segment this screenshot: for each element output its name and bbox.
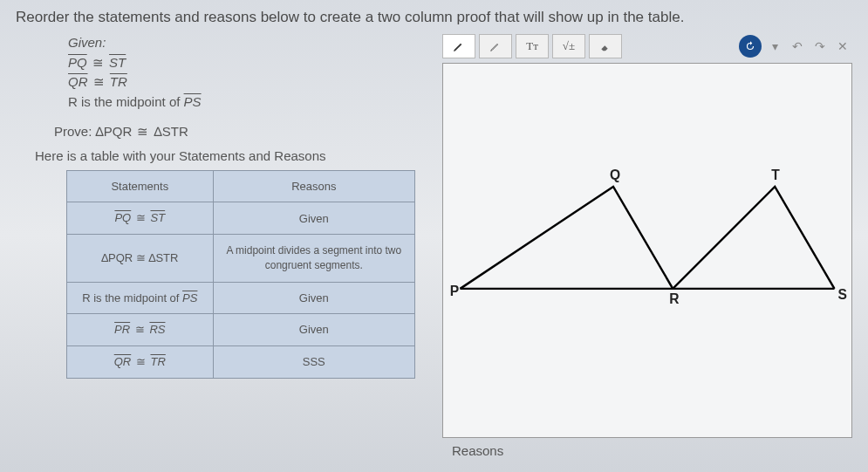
triangle-diagram: P Q R T S: [443, 64, 851, 437]
eraser-tool-button[interactable]: [589, 34, 622, 58]
triangle-rts: [673, 187, 834, 289]
reason-cell[interactable]: Given: [213, 282, 414, 313]
instruction-text: Reorder the statements and reasons below…: [16, 9, 852, 26]
given3-seg: PS: [184, 92, 202, 113]
given-line-3: R is the midpoint of PS: [68, 92, 430, 113]
text-icon: Tт: [526, 39, 538, 53]
seg: PS: [182, 291, 197, 304]
dropdown-button[interactable]: ▾: [765, 37, 784, 56]
reason-cell[interactable]: Given: [213, 202, 414, 235]
given2-seg-a: QR: [68, 72, 88, 92]
given-line-1: PQ ≅ ST: [68, 53, 430, 73]
undo-button[interactable]: [739, 35, 762, 58]
th-statements: Statements: [67, 171, 214, 202]
left-column: Given: PQ ≅ ST QR ≅ TR R is the midpoint…: [16, 33, 430, 438]
txt: R is the midpoint of: [82, 291, 182, 304]
math-tool-button[interactable]: √±: [552, 34, 585, 58]
given1-op: ≅: [91, 56, 106, 70]
undo-icon: [744, 40, 756, 52]
seg: RS: [149, 323, 165, 336]
here-is-text: Here is a table with your Statements and…: [35, 148, 430, 163]
math-icon: √±: [563, 39, 575, 53]
stmt-cell[interactable]: QR ≅ TR: [67, 345, 214, 378]
prove-b: ∆STR: [154, 124, 188, 139]
close-button[interactable]: ✕: [833, 37, 852, 56]
given1-seg-b: ST: [109, 53, 126, 73]
given-label: Given:: [68, 33, 430, 53]
prove-label: Prove:: [54, 124, 96, 139]
seg: TR: [150, 355, 165, 368]
drawing-canvas[interactable]: P Q R T S Reasons: [442, 63, 852, 438]
seg: PR: [114, 323, 130, 336]
text-tool-button[interactable]: Tт: [516, 34, 549, 58]
proof-table: Statements Reasons PQ ≅ ST Given ∆PQR ≅ …: [66, 170, 415, 379]
stmt-cell[interactable]: PQ ≅ ST: [67, 202, 214, 235]
table-row[interactable]: R is the midpoint of PS Given: [67, 282, 415, 313]
point-label-r: R: [669, 291, 679, 306]
given2-seg-b: TR: [110, 72, 127, 92]
main-row: Given: PQ ≅ ST QR ≅ TR R is the midpoint…: [16, 33, 852, 438]
prove-line: Prove: ∆PQR ≅ ∆STR: [54, 124, 430, 140]
table-row[interactable]: ∆PQR ≅ ∆STR A midpoint divides a segment…: [67, 235, 415, 283]
given-block: Given: PQ ≅ ST QR ≅ TR R is the midpoint…: [68, 33, 430, 112]
stmt-cell[interactable]: PR ≅ RS: [67, 313, 214, 345]
reasons-input-label: Reasons: [452, 443, 503, 458]
history-forward-button[interactable]: ↷: [810, 37, 830, 56]
reason-cell[interactable]: SSS: [213, 345, 414, 378]
op: ≅: [134, 355, 147, 368]
point-label-s: S: [837, 287, 846, 302]
history-back-button[interactable]: ↶: [788, 37, 807, 56]
given1-seg-a: PQ: [68, 53, 87, 73]
given3-text: R is the midpoint of: [68, 94, 184, 109]
pen-tool-button[interactable]: [442, 34, 475, 58]
seg: PQ: [114, 211, 131, 224]
seg: QR: [114, 355, 132, 368]
table-row[interactable]: QR ≅ TR SSS: [67, 345, 415, 378]
table-row[interactable]: PR ≅ RS Given: [67, 313, 415, 345]
eraser-icon: [598, 39, 612, 53]
prove-op: ≅: [135, 125, 150, 139]
right-column: Tт √± ▾ ↶ ↷ ✕ P Q R T S: [442, 33, 852, 438]
prove-a: ∆PQR: [96, 124, 133, 139]
stmt-cell[interactable]: ∆PQR ≅ ∆STR: [67, 235, 214, 283]
drawing-toolbar: Tт √± ▾ ↶ ↷ ✕: [442, 33, 852, 59]
point-label-t: T: [771, 168, 780, 182]
reason-cell[interactable]: A midpoint divides a segment into two co…: [213, 235, 414, 283]
table-row[interactable]: PQ ≅ ST Given: [67, 202, 415, 235]
seg: ST: [151, 211, 166, 224]
triangle-pqr: [461, 187, 673, 289]
pencil-tool-button[interactable]: [479, 34, 512, 58]
reason-cell[interactable]: Given: [213, 313, 414, 345]
op: ≅: [133, 323, 147, 336]
point-label-p: P: [450, 284, 459, 298]
pencil-icon: [489, 39, 502, 53]
pen-icon: [452, 39, 466, 53]
given-line-2: QR ≅ TR: [68, 72, 430, 92]
op: ≅: [134, 211, 147, 224]
given2-op: ≅: [92, 75, 106, 89]
point-label-q: Q: [610, 168, 620, 182]
th-reasons: Reasons: [213, 171, 414, 202]
stmt-cell[interactable]: R is the midpoint of PS: [67, 282, 214, 313]
table-header-row: Statements Reasons: [67, 171, 415, 202]
